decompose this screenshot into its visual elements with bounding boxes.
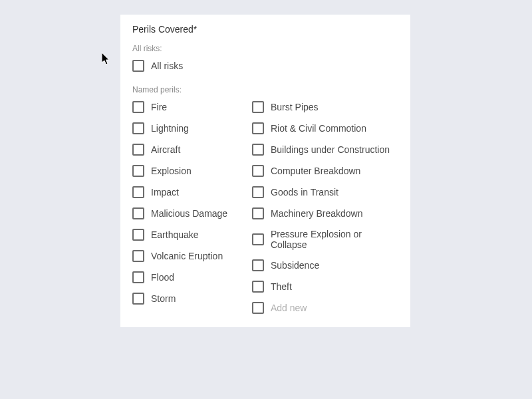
checkbox-impact[interactable] (132, 186, 144, 198)
row-all-risks: All risks (132, 60, 398, 72)
label-buildings-under-construction: Buildings under Construction (271, 144, 390, 155)
label-machinery-breakdown: Machinery Breakdown (271, 208, 363, 219)
mouse-cursor-icon (102, 53, 111, 66)
label-malicious-damage: Malicious Damage (151, 208, 227, 219)
named-perils-heading: Named perils: (132, 85, 398, 94)
named-perils-col-right: Burst Pipes Riot & Civil Commotion Build… (252, 101, 398, 314)
checkbox-machinery-breakdown[interactable] (252, 207, 264, 219)
checkbox-malicious-damage[interactable] (132, 207, 144, 219)
row-buildings-under-construction: Buildings under Construction (252, 144, 398, 156)
label-aircraft: Aircraft (151, 144, 180, 155)
row-goods-in-transit: Goods in Transit (252, 186, 398, 198)
checkbox-all-risks[interactable] (132, 60, 144, 72)
row-earthquake: Earthquake (132, 229, 252, 241)
row-burst-pipes: Burst Pipes (252, 101, 398, 113)
row-flood: Flood (132, 271, 252, 283)
label-fire: Fire (151, 102, 167, 112)
row-aircraft: Aircraft (132, 144, 252, 156)
named-perils-columns: Fire Lightning Aircraft Explosion Impact… (132, 101, 398, 314)
label-flood: Flood (151, 272, 174, 283)
label-riot-civil-commotion: Riot & Civil Commotion (271, 123, 366, 134)
label-lightning: Lightning (151, 123, 189, 134)
row-add-new[interactable]: Add new (252, 302, 398, 314)
label-goods-in-transit: Goods in Transit (271, 187, 338, 198)
checkbox-computer-breakdown[interactable] (252, 165, 264, 177)
label-subsidence: Subsidence (271, 260, 319, 271)
row-riot-civil-commotion: Riot & Civil Commotion (252, 122, 398, 134)
label-impact: Impact (151, 187, 179, 198)
row-theft: Theft (252, 281, 398, 293)
label-earthquake: Earthquake (151, 229, 199, 240)
row-explosion: Explosion (132, 165, 252, 177)
row-machinery-breakdown: Machinery Breakdown (252, 207, 398, 219)
label-computer-breakdown: Computer Breakdown (271, 166, 360, 176)
checkbox-buildings-under-construction[interactable] (252, 144, 264, 156)
checkbox-earthquake[interactable] (132, 229, 144, 241)
label-storm: Storm (151, 293, 176, 304)
row-storm: Storm (132, 293, 252, 305)
label-explosion: Explosion (151, 166, 192, 176)
label-all-risks: All risks (151, 61, 183, 71)
label-add-new: Add new (271, 303, 307, 313)
label-theft: Theft (271, 281, 292, 292)
checkbox-volcanic-eruption[interactable] (132, 250, 144, 262)
checkbox-storm[interactable] (132, 293, 144, 305)
row-computer-breakdown: Computer Breakdown (252, 165, 398, 177)
checkbox-burst-pipes[interactable] (252, 101, 264, 113)
checkbox-subsidence[interactable] (252, 259, 264, 271)
checkbox-pressure-explosion-collapse[interactable] (252, 233, 264, 245)
checkbox-explosion[interactable] (132, 165, 144, 177)
label-volcanic-eruption: Volcanic Eruption (151, 251, 223, 261)
checkbox-theft[interactable] (252, 281, 264, 293)
checkbox-goods-in-transit[interactable] (252, 186, 264, 198)
row-volcanic-eruption: Volcanic Eruption (132, 250, 252, 262)
row-fire: Fire (132, 101, 252, 113)
named-perils-col-left: Fire Lightning Aircraft Explosion Impact… (132, 101, 252, 314)
label-burst-pipes: Burst Pipes (271, 102, 319, 112)
row-malicious-damage: Malicious Damage (132, 207, 252, 219)
card-title: Perils Covered* (132, 24, 398, 35)
checkbox-flood[interactable] (132, 271, 144, 283)
all-risks-heading: All risks: (132, 44, 398, 53)
checkbox-aircraft[interactable] (132, 144, 144, 156)
label-pressure-explosion-collapse: Pressure Explosion or Collapse (271, 229, 398, 250)
row-lightning: Lightning (132, 122, 252, 134)
perils-covered-card: Perils Covered* All risks: All risks Nam… (120, 15, 410, 327)
row-impact: Impact (132, 186, 252, 198)
checkbox-add-new[interactable] (252, 302, 264, 314)
checkbox-riot-civil-commotion[interactable] (252, 122, 264, 134)
checkbox-lightning[interactable] (132, 122, 144, 134)
row-subsidence: Subsidence (252, 259, 398, 271)
row-pressure-explosion-collapse: Pressure Explosion or Collapse (252, 229, 398, 250)
checkbox-fire[interactable] (132, 101, 144, 113)
